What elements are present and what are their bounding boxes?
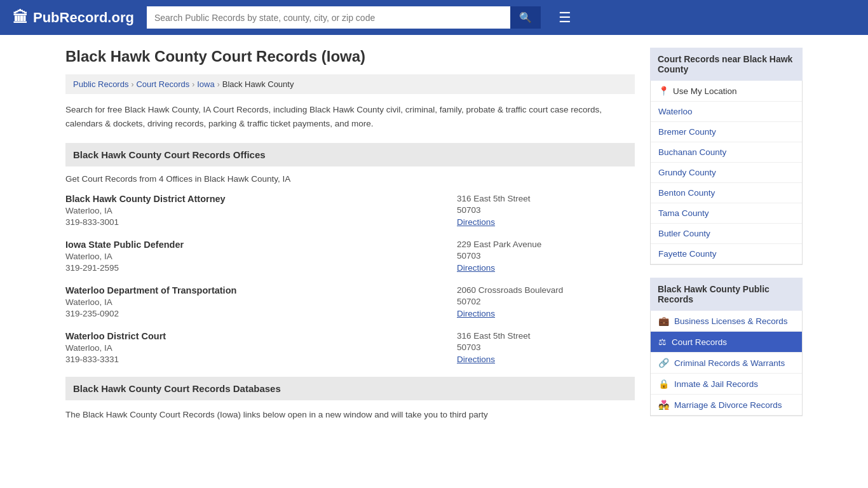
directions-link[interactable]: Directions	[457, 217, 495, 227]
sidebar-nearby-item[interactable]: Tama County	[651, 203, 802, 224]
breadcrumb-public-records[interactable]: Public Records	[73, 79, 128, 89]
public-record-icon: 🔗	[658, 358, 669, 368]
menu-button[interactable]: ☰	[559, 10, 571, 26]
sidebar-use-location[interactable]: 📍 Use My Location	[651, 81, 802, 102]
office-entry: Iowa State Public Defender Waterloo, IA …	[65, 240, 635, 273]
sidebar-public-header: Black Hawk County Public Records	[650, 278, 803, 311]
public-record-icon: 💼	[658, 316, 669, 326]
office-name: Iowa State Public Defender	[65, 240, 444, 250]
office-zip: 50703	[457, 205, 635, 215]
office-city: Waterloo, IA	[65, 206, 444, 215]
office-left-0: Black Hawk County District Attorney Wate…	[65, 194, 444, 227]
breadcrumb-sep-3: ›	[217, 80, 220, 89]
public-record-label: Business Licenses & Records	[674, 316, 788, 326]
office-zip: 50702	[457, 297, 635, 306]
page-title: Black Hawk County Court Records (Iowa)	[65, 48, 635, 65]
breadcrumb: Public Records › Court Records › Iowa › …	[65, 74, 635, 94]
databases-section-header: Black Hawk County Court Records Database…	[65, 377, 635, 400]
public-record-label: Court Records	[672, 337, 727, 347]
office-phone[interactable]: 319-291-2595	[65, 263, 444, 273]
breadcrumb-sep-2: ›	[192, 80, 194, 89]
sidebar-nearby-list: 📍 Use My Location WaterlooBremer CountyB…	[650, 81, 803, 265]
office-city: Waterloo, IA	[65, 252, 444, 261]
search-button[interactable]: 🔍	[510, 6, 541, 29]
office-left-2: Waterloo Department of Transportation Wa…	[65, 285, 444, 318]
public-record-icon: 💑	[658, 400, 669, 410]
sidebar-nearby-item[interactable]: Benton County	[651, 183, 802, 203]
sidebar-nearby-item[interactable]: Buchanan County	[651, 142, 802, 163]
office-zip: 50703	[457, 342, 635, 352]
search-input[interactable]	[147, 6, 510, 29]
sidebar-nearby-item[interactable]: Waterloo	[651, 102, 802, 122]
use-location-label: Use My Location	[673, 86, 737, 96]
sidebar-public-item[interactable]: 💼Business Licenses & Records	[651, 311, 802, 332]
office-left-3: Waterloo District Court Waterloo, IA 319…	[65, 331, 444, 364]
location-icon: 📍	[658, 86, 669, 96]
breadcrumb-sep-1: ›	[131, 80, 133, 89]
office-entry: Black Hawk County District Attorney Wate…	[65, 194, 635, 227]
sidebar-public-item[interactable]: 🔗Criminal Records & Warrants	[651, 353, 802, 374]
main-container: Black Hawk County Court Records (Iowa) P…	[53, 35, 815, 435]
directions-link[interactable]: Directions	[457, 309, 495, 318]
office-address: 2060 Crossroads Boulevard	[457, 285, 635, 295]
office-address: 229 East Park Avenue	[457, 240, 635, 249]
databases-description: The Black Hawk County Court Records (Iow…	[65, 408, 635, 422]
sidebar-nearby-item[interactable]: Bremer County	[651, 122, 802, 142]
office-phone[interactable]: 319-833-3001	[65, 217, 444, 227]
breadcrumb-court-records[interactable]: Court Records	[136, 79, 189, 89]
logo[interactable]: 🏛 PubRecord.org	[13, 9, 134, 27]
public-record-label: Inmate & Jail Records	[674, 379, 758, 389]
sidebar: Court Records near Black Hawk County 📍 U…	[650, 48, 803, 422]
search-area: 🔍	[147, 6, 541, 29]
sidebar-public-item[interactable]: 💑Marriage & Divorce Records	[651, 395, 802, 416]
directions-link[interactable]: Directions	[457, 263, 495, 273]
office-name: Black Hawk County District Attorney	[65, 194, 444, 204]
office-phone[interactable]: 319-833-3331	[65, 355, 444, 364]
office-left-1: Iowa State Public Defender Waterloo, IA …	[65, 240, 444, 273]
office-entry: Waterloo District Court Waterloo, IA 319…	[65, 331, 635, 364]
office-right-0: 316 East 5th Street 50703 Directions	[457, 194, 635, 227]
directions-link[interactable]: Directions	[457, 355, 495, 364]
office-right-1: 229 East Park Avenue 50703 Directions	[457, 240, 635, 273]
logo-icon: 🏛	[13, 9, 28, 27]
databases-section: Black Hawk County Court Records Database…	[65, 377, 635, 422]
sidebar-nearby-item[interactable]: Grundy County	[651, 163, 802, 183]
breadcrumb-current: Black Hawk County	[222, 79, 294, 89]
office-city: Waterloo, IA	[65, 343, 444, 353]
page-description: Search for free Black Hawk County, IA Co…	[65, 103, 635, 130]
menu-icon: ☰	[559, 10, 571, 25]
office-address: 316 East 5th Street	[457, 331, 635, 341]
office-zip: 50703	[457, 251, 635, 261]
public-record-icon: 🔒	[658, 379, 669, 389]
search-icon: 🔍	[519, 12, 532, 23]
offices-count: Get Court Records from 4 Offices in Blac…	[65, 174, 635, 184]
office-entry: Waterloo Department of Transportation Wa…	[65, 285, 635, 318]
sidebar-public-item[interactable]: ⚖Court Records	[651, 332, 802, 353]
public-record-icon: ⚖	[658, 337, 667, 347]
office-name: Waterloo Department of Transportation	[65, 285, 444, 295]
office-address: 316 East 5th Street	[457, 194, 635, 203]
sidebar-nearby-item[interactable]: Fayette County	[651, 244, 802, 264]
office-phone[interactable]: 319-235-0902	[65, 309, 444, 318]
office-name: Waterloo District Court	[65, 331, 444, 341]
office-right-2: 2060 Crossroads Boulevard 50702 Directio…	[457, 285, 635, 318]
sidebar-public-records-list: 💼Business Licenses & Records⚖Court Recor…	[650, 311, 803, 416]
breadcrumb-iowa[interactable]: Iowa	[197, 79, 214, 89]
office-right-3: 316 East 5th Street 50703 Directions	[457, 331, 635, 364]
offices-list: Black Hawk County District Attorney Wate…	[65, 194, 635, 364]
sidebar-nearby-item[interactable]: Butler County	[651, 224, 802, 244]
content-area: Black Hawk County Court Records (Iowa) P…	[65, 48, 635, 422]
offices-section-header: Black Hawk County Court Records Offices	[65, 143, 635, 166]
public-record-label: Marriage & Divorce Records	[674, 400, 782, 410]
office-city: Waterloo, IA	[65, 297, 444, 307]
sidebar-public-item[interactable]: 🔒Inmate & Jail Records	[651, 374, 802, 395]
sidebar-nearby-header: Court Records near Black Hawk County	[650, 48, 803, 81]
site-header: 🏛 PubRecord.org 🔍 ☰	[0, 0, 868, 35]
logo-text: PubRecord.org	[33, 10, 134, 26]
public-record-label: Criminal Records & Warrants	[674, 358, 785, 368]
